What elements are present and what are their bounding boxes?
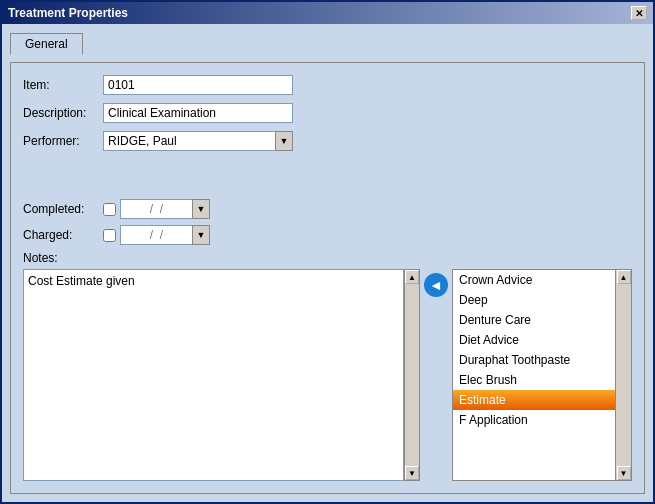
performer-input[interactable]	[103, 131, 275, 151]
notes-section: Notes: ▲ ▼	[23, 251, 632, 481]
back-icon: ◄	[429, 277, 443, 293]
list-item[interactable]: Elec Brush	[453, 370, 615, 390]
item-row: Item:	[23, 75, 632, 95]
charged-dropdown-arrow-icon: ▼	[197, 230, 206, 240]
performer-label: Performer:	[23, 134, 103, 148]
description-input[interactable]	[103, 103, 293, 123]
spacer1	[23, 159, 632, 179]
list-items: Crown AdviceDeepDenture CareDiet AdviceD…	[453, 270, 615, 480]
item-label: Item:	[23, 78, 103, 92]
charged-checkbox[interactable]	[103, 229, 116, 242]
list-item[interactable]: Denture Care	[453, 310, 615, 330]
charged-date-input[interactable]	[120, 225, 192, 245]
performer-select-wrap: ▼	[103, 131, 293, 151]
list-item[interactable]: F Application	[453, 410, 615, 430]
window-content: General Item: Description: Performer: ▼	[2, 24, 653, 502]
performer-dropdown-button[interactable]: ▼	[275, 131, 293, 151]
list-item[interactable]: Deep	[453, 290, 615, 310]
completed-date-dropdown-button[interactable]: ▼	[192, 199, 210, 219]
list-item[interactable]: Crown Advice	[453, 270, 615, 290]
back-button[interactable]: ◄	[424, 273, 448, 297]
notes-scrollbar: ▲ ▼	[404, 269, 420, 481]
notes-scroll-track	[405, 284, 419, 466]
list-scrollbar: ▲ ▼	[615, 270, 631, 480]
description-label: Description:	[23, 106, 103, 120]
treatment-properties-window: Treatment Properties ✕ General Item: Des…	[0, 0, 655, 504]
dropdown-arrow-icon: ▼	[280, 136, 289, 146]
description-row: Description:	[23, 103, 632, 123]
list-scroll-up-button[interactable]: ▲	[617, 270, 631, 284]
list-scroll-down-icon: ▼	[620, 469, 628, 478]
list-scroll-up-icon: ▲	[620, 273, 628, 282]
completed-label: Completed:	[23, 202, 103, 216]
back-button-wrap: ◄	[420, 269, 452, 481]
notes-scroll-down-button[interactable]: ▼	[405, 466, 419, 480]
title-bar: Treatment Properties ✕	[2, 2, 653, 24]
tab-bar: General	[10, 32, 645, 54]
window-title: Treatment Properties	[8, 6, 128, 20]
spacer2	[23, 179, 632, 199]
charged-row: Charged: ▼	[23, 225, 632, 245]
completed-checkbox[interactable]	[103, 203, 116, 216]
list-item[interactable]: Duraphat Toothpaste	[453, 350, 615, 370]
notes-textarea-wrap	[23, 269, 404, 481]
list-scroll-area: Crown AdviceDeepDenture CareDiet AdviceD…	[453, 270, 631, 480]
tab-content: Item: Description: Performer: ▼	[10, 62, 645, 494]
charged-date-wrap: ▼	[103, 225, 210, 245]
notes-label: Notes:	[23, 251, 632, 265]
completed-row: Completed: ▼	[23, 199, 632, 219]
item-input[interactable]	[103, 75, 293, 95]
list-scroll-down-button[interactable]: ▼	[617, 466, 631, 480]
notes-area-row: ▲ ▼ ◄	[23, 269, 632, 481]
notes-textarea[interactable]	[24, 270, 403, 480]
performer-row: Performer: ▼	[23, 131, 632, 151]
list-item[interactable]: Estimate	[453, 390, 615, 410]
list-item[interactable]: Diet Advice	[453, 330, 615, 350]
close-button[interactable]: ✕	[631, 6, 647, 20]
completed-date-wrap: ▼	[103, 199, 210, 219]
list-scroll-track	[617, 284, 631, 466]
completed-dropdown-arrow-icon: ▼	[197, 204, 206, 214]
tab-general[interactable]: General	[10, 33, 83, 55]
scroll-up-icon: ▲	[408, 273, 416, 282]
completed-date-input[interactable]	[120, 199, 192, 219]
notes-scroll-up-button[interactable]: ▲	[405, 270, 419, 284]
charged-date-dropdown-button[interactable]: ▼	[192, 225, 210, 245]
notes-list-wrap: Crown AdviceDeepDenture CareDiet AdviceD…	[452, 269, 632, 481]
scroll-down-icon: ▼	[408, 469, 416, 478]
charged-label: Charged:	[23, 228, 103, 242]
